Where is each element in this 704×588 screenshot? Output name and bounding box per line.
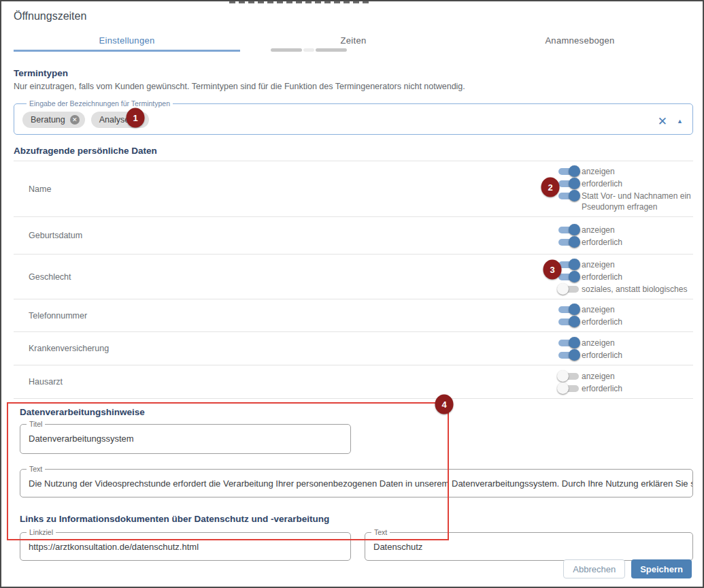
- section-termintypen: Termintypen Nur einzutragen, falls vom K…: [14, 68, 693, 135]
- toggle-label: anzeigen: [582, 259, 615, 270]
- titel-field-value[interactable]: Datenverarbeitungssystem: [20, 425, 350, 451]
- section-data-processing: Datenverarbeitungshinweise Titel Datenve…: [20, 407, 693, 561]
- toggle-telefonnummer-erforderlich[interactable]: erforderlich: [557, 316, 693, 327]
- link-text-field-label: Text: [371, 528, 390, 536]
- annotation-marker-1: 1: [127, 108, 145, 128]
- row-label: Telefonnummer: [29, 311, 557, 321]
- tab-einstellungen[interactable]: Einstellungen: [14, 29, 240, 52]
- toggle-krankenversicherung-anzeigen[interactable]: anzeigen: [557, 337, 693, 348]
- titel-field-label: Titel: [27, 420, 45, 428]
- cancel-button[interactable]: Abbrechen: [563, 559, 625, 578]
- switch-icon: [557, 304, 580, 315]
- toggle-telefonnummer-anzeigen[interactable]: anzeigen: [557, 304, 693, 315]
- toggle-geschlecht-erforderlich[interactable]: erforderlich: [557, 271, 693, 282]
- toggle-label: erforderlich: [582, 178, 622, 189]
- background-artifact: [229, 1, 372, 3]
- clear-icon[interactable]: ✕: [658, 116, 667, 127]
- toggle-geburtsdatum-anzeigen[interactable]: anzeigen: [557, 224, 693, 235]
- chip-label: Analyse: [99, 115, 129, 125]
- toggle-label: erforderlich: [582, 236, 622, 248]
- table-row: Geburtsdatum anzeigen erforderlich: [14, 217, 693, 255]
- annotation-marker-4: 4: [435, 395, 454, 414]
- switch-icon: [557, 165, 580, 177]
- skeleton-bar: [303, 48, 314, 52]
- skeleton-bar: [271, 48, 302, 52]
- row-label: Krankenversicherung: [29, 344, 557, 353]
- switch-icon: [557, 370, 580, 382]
- loading-skeleton: [271, 48, 347, 52]
- switch-icon: [557, 178, 580, 189]
- table-row: Geschlecht anzeigen erforderlich soziale…: [14, 255, 693, 299]
- toggle-hausarzt-erforderlich[interactable]: erforderlich: [557, 382, 693, 394]
- switch-icon: [557, 337, 580, 348]
- chip-list: Beratung ✕ Analyse ✕: [22, 112, 684, 128]
- linkziel-field-value[interactable]: https://arztkonsultation.de/datenschutz.…: [20, 533, 350, 559]
- switch-icon: [557, 190, 580, 201]
- switch-icon: [557, 283, 580, 295]
- switch-icon: [557, 316, 580, 327]
- section-personal-data: Abzufragende persönliche Daten Name anze…: [14, 146, 693, 399]
- link-text-field-value[interactable]: Datenschutz: [365, 533, 692, 559]
- row-label: Hausarzt: [29, 377, 557, 387]
- annotation-marker-3: 3: [543, 260, 562, 280]
- toggle-label: soziales, anstatt biologisches: [582, 283, 687, 295]
- skeleton-bar: [316, 48, 347, 52]
- collapse-arrow-icon[interactable]: ▲: [677, 118, 683, 125]
- toggle-label: anzeigen: [582, 224, 615, 235]
- row-label: Name: [29, 184, 557, 194]
- toggle-label: erforderlich: [582, 271, 622, 282]
- toggle-label: anzeigen: [582, 370, 615, 382]
- chip-beratung[interactable]: Beratung ✕: [22, 112, 85, 128]
- switch-icon: [557, 224, 580, 235]
- tab-anamnesebogen[interactable]: Anamnesebogen: [467, 29, 693, 52]
- termintypen-subtext: Nur einzutragen, falls vom Kunden gewüns…: [14, 82, 693, 91]
- dialog-footer: Abbrechen Speichern: [563, 559, 692, 578]
- chip-label: Beratung: [31, 115, 65, 125]
- chip-remove-icon[interactable]: ✕: [70, 115, 80, 125]
- toggle-label: Statt Vor- und Nachnamen ein Pseudonym e…: [582, 190, 691, 212]
- link-text-field[interactable]: Text Datenschutz: [365, 532, 693, 561]
- toggle-name-anzeigen[interactable]: anzeigen: [557, 165, 693, 177]
- switch-icon: [557, 349, 580, 361]
- toggle-krankenversicherung-erforderlich[interactable]: erforderlich: [557, 349, 693, 361]
- toggle-name-pseudonym[interactable]: Statt Vor- und Nachnamen ein Pseudonym e…: [557, 190, 693, 212]
- termintypen-heading: Termintypen: [14, 68, 693, 78]
- toggle-geburtsdatum-erforderlich[interactable]: erforderlich: [557, 236, 693, 248]
- table-row: Krankenversicherung anzeigen erforderlic…: [14, 332, 693, 365]
- personal-data-rows: Name anzeigen erforderlich Statt Vor- un…: [14, 161, 693, 399]
- page-title: Öffnungszeiten: [14, 10, 86, 22]
- toggle-label: erforderlich: [582, 316, 622, 327]
- toggle-geschlecht-anzeigen[interactable]: anzeigen: [557, 259, 693, 270]
- toggle-label: anzeigen: [582, 304, 615, 315]
- switch-icon: [557, 236, 580, 248]
- toggle-geschlecht-sozial[interactable]: soziales, anstatt biologisches: [557, 283, 693, 295]
- switch-icon: [557, 382, 580, 394]
- toggle-label: erforderlich: [582, 382, 622, 394]
- save-button[interactable]: Speichern: [631, 559, 692, 578]
- row-label: Geschlecht: [29, 272, 557, 282]
- toggle-name-erforderlich[interactable]: erforderlich: [557, 178, 693, 189]
- text-field-value[interactable]: Die Nutzung der Videosprechstunde erford…: [20, 470, 692, 496]
- termintypen-input-label: Eingabe der Bezeichnungen für Termintype…: [27, 99, 173, 108]
- titel-field[interactable]: Titel Datenverarbeitungssystem: [20, 424, 351, 454]
- toggle-label: anzeigen: [582, 165, 615, 177]
- toggle-hausarzt-anzeigen[interactable]: anzeigen: [557, 370, 693, 382]
- annotation-marker-2: 2: [541, 178, 560, 197]
- row-label: Geburtsdatum: [29, 231, 557, 240]
- linkziel-field[interactable]: Linkziel https://arztkonsultation.de/dat…: [20, 532, 351, 561]
- personal-data-heading: Abzufragende persönliche Daten: [14, 146, 693, 156]
- table-row: Telefonnummer anzeigen erforderlich: [14, 299, 693, 332]
- table-row: Name anzeigen erforderlich Statt Vor- un…: [14, 161, 693, 217]
- text-field[interactable]: Text Die Nutzung der Videosprechstunde e…: [20, 469, 693, 497]
- data-processing-heading: Datenverarbeitungshinweise: [20, 407, 693, 417]
- text-field-label: Text: [27, 465, 45, 473]
- links-heading: Links zu Informationsdokumenten über Dat…: [20, 514, 693, 524]
- table-row: Hausarzt anzeigen erforderlich: [14, 365, 693, 399]
- termintypen-input[interactable]: Eingabe der Bezeichnungen für Termintype…: [14, 99, 693, 135]
- linkziel-field-label: Linkziel: [27, 528, 56, 536]
- tab-bar: Einstellungen Zeiten Anamnesebogen: [14, 29, 693, 52]
- toggle-label: erforderlich: [582, 349, 622, 361]
- toggle-label: anzeigen: [582, 337, 615, 348]
